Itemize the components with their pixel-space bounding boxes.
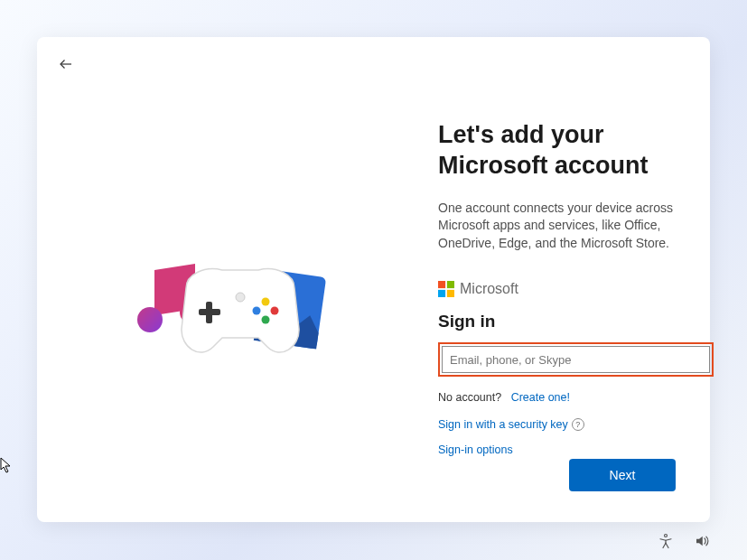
setup-card: Let's add your Microsoft account One acc… [37, 37, 710, 522]
svg-marker-19 [1, 458, 10, 472]
svg-point-17 [665, 535, 668, 537]
volume-button[interactable] [693, 532, 711, 550]
accessibility-button[interactable] [657, 532, 675, 550]
form-pane: Let's add your Microsoft account One acc… [438, 120, 714, 469]
svg-point-4 [137, 307, 163, 332]
no-account-row: No account? Create one! [438, 391, 714, 404]
svg-point-9 [253, 307, 261, 315]
microsoft-logo-icon [438, 281, 454, 297]
svg-rect-16 [447, 290, 454, 297]
accessibility-icon [658, 533, 674, 549]
volume-icon [694, 533, 710, 549]
svg-point-11 [262, 316, 270, 324]
back-button[interactable] [55, 53, 77, 75]
svg-rect-7 [199, 309, 220, 315]
next-button[interactable]: Next [569, 459, 676, 491]
svg-marker-18 [696, 537, 703, 546]
help-icon[interactable]: ? [572, 418, 584, 431]
microsoft-brand-row: Microsoft [438, 281, 714, 297]
microsoft-brand-text: Microsoft [460, 281, 518, 297]
signin-options-row: Sign-in options [438, 443, 714, 456]
hero-illustration [123, 257, 340, 374]
svg-point-10 [271, 307, 279, 315]
signin-heading: Sign in [438, 312, 714, 331]
no-account-text: No account? [438, 391, 501, 404]
svg-rect-14 [447, 281, 454, 288]
create-account-link[interactable]: Create one! [511, 391, 570, 404]
taskbar-icons [657, 532, 711, 550]
mouse-cursor-icon [0, 457, 13, 473]
page-title: Let's add your Microsoft account [438, 120, 714, 182]
svg-point-12 [236, 293, 245, 302]
signin-options-link[interactable]: Sign-in options [438, 443, 513, 456]
svg-rect-13 [438, 281, 445, 288]
back-arrow-icon [58, 56, 74, 72]
svg-rect-15 [438, 290, 445, 297]
security-key-row: Sign in with a security key ? [438, 418, 714, 431]
input-highlight-box [438, 342, 714, 377]
svg-point-8 [262, 298, 270, 306]
email-input[interactable] [442, 346, 710, 373]
page-description: One account connects your device across … [438, 200, 714, 253]
security-key-link[interactable]: Sign in with a security key [438, 418, 568, 431]
